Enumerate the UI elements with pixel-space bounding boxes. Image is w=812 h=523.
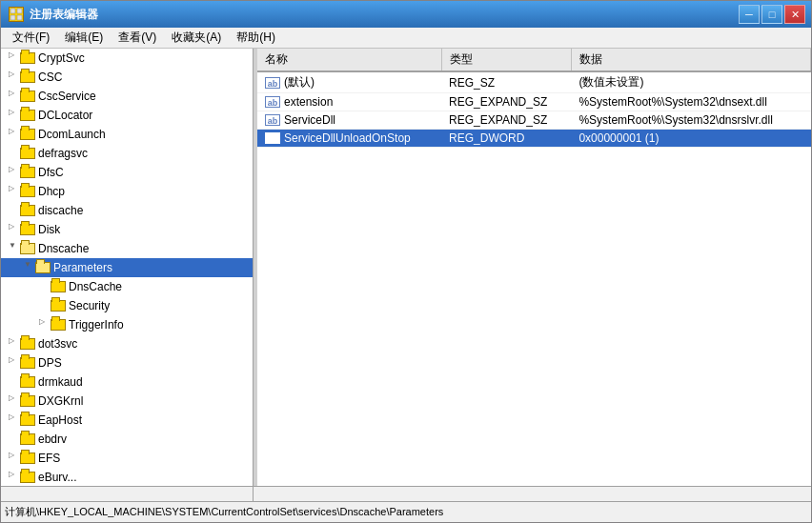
tree-item-dps[interactable]: ▷ DPS bbox=[1, 353, 253, 372]
tree-label: defragsvc bbox=[38, 147, 88, 160]
tree-expander[interactable]: ▷ bbox=[9, 393, 20, 409]
tree-expander[interactable] bbox=[9, 374, 20, 390]
window-title: 注册表编辑器 bbox=[30, 7, 98, 23]
tree-item-ebdrv[interactable]: ebdrv bbox=[1, 430, 253, 449]
tree-item-efs[interactable]: ▷ EFS bbox=[1, 449, 253, 468]
tree-item-dnscache2[interactable]: DnsCache bbox=[1, 277, 253, 296]
close-button[interactable]: ✕ bbox=[784, 5, 805, 24]
minimize-button[interactable]: ─ bbox=[739, 5, 760, 24]
menu-view[interactable]: 查看(V) bbox=[111, 28, 164, 48]
tree-label: Disk bbox=[38, 223, 60, 236]
folder-icon bbox=[51, 299, 66, 312]
svg-rect-1 bbox=[17, 9, 22, 13]
tree-item-cryptsvc[interactable]: ▷ CryptSvc bbox=[1, 49, 253, 68]
maximize-button[interactable]: □ bbox=[761, 5, 782, 24]
folder-icon bbox=[20, 70, 35, 84]
svg-rect-0 bbox=[10, 9, 15, 13]
cell-name: abServiceDll bbox=[257, 111, 441, 130]
tree-expander[interactable] bbox=[39, 298, 51, 313]
table-row[interactable]: 010ServiceDllUnloadOnStop REG_DWORD 0x00… bbox=[257, 130, 811, 148]
ab-icon: ab bbox=[265, 96, 280, 108]
tree-expander[interactable] bbox=[39, 279, 51, 294]
tree-item-csc[interactable]: ▷ CSC bbox=[1, 68, 253, 87]
tree-item-dcomlaunch[interactable]: ▷ DcomLaunch bbox=[1, 125, 253, 144]
tree-label: DXGKrnl bbox=[38, 394, 83, 408]
folder-icon bbox=[20, 375, 35, 389]
tree-item-dhcp[interactable]: ▷ Dhcp bbox=[1, 182, 253, 201]
tree-label: DnsCache bbox=[69, 280, 122, 293]
table-row[interactable]: abServiceDll REG_EXPAND_SZ %SystemRoot%\… bbox=[257, 111, 811, 130]
folder-icon bbox=[20, 166, 35, 179]
tree-expander[interactable]: ▷ bbox=[9, 184, 20, 199]
right-pane[interactable]: 名称 类型 数据 ab(默认) REG_SZ (数值未设置) abextensi… bbox=[257, 49, 811, 486]
menu-favorites[interactable]: 收藏夹(A) bbox=[164, 28, 229, 48]
regedit-window: 注册表编辑器 ─ □ ✕ 文件(F) 编辑(E) 查看(V) 收藏夹(A) 帮助… bbox=[0, 0, 812, 523]
tree-item-defragsvc[interactable]: defragsvc bbox=[1, 144, 253, 163]
content-area: ▷ CryptSvc ▷ CSC ▷ CscService ▷ DCLocato… bbox=[1, 49, 811, 486]
table-row[interactable]: abextension REG_EXPAND_SZ %SystemRoot%\S… bbox=[257, 93, 811, 111]
tree-item-dot3svc[interactable]: ▷ dot3svc bbox=[1, 334, 253, 353]
tree-item-security[interactable]: Security bbox=[1, 296, 253, 315]
folder-icon bbox=[20, 204, 35, 217]
tree-item-dfsc[interactable]: ▷ DfsC bbox=[1, 163, 253, 182]
col-type[interactable]: 类型 bbox=[441, 49, 571, 71]
tree-item-eaphost[interactable]: ▷ EapHost bbox=[1, 411, 253, 430]
tree-item-dxgkrnl[interactable]: ▷ DXGKrnl bbox=[1, 392, 253, 411]
tree-item-dclocator[interactable]: ▷ DCLocator bbox=[1, 106, 253, 125]
tree-item-eburv[interactable]: ▷ eBurv... bbox=[1, 468, 253, 486]
folder-icon bbox=[20, 185, 35, 198]
tree-expander[interactable]: ▷ bbox=[9, 108, 20, 123]
folder-icon bbox=[20, 432, 35, 446]
tree-expander[interactable]: ▷ bbox=[9, 470, 20, 485]
folder-icon bbox=[20, 337, 35, 351]
cell-type: REG_DWORD bbox=[441, 130, 571, 148]
tree-expander[interactable]: ▷ bbox=[9, 451, 20, 466]
right-hscrollbar[interactable] bbox=[254, 487, 811, 501]
menu-help[interactable]: 帮助(H) bbox=[229, 28, 283, 48]
tree-expander[interactable]: ▷ bbox=[9, 50, 20, 66]
tree-expander[interactable]: ▷ bbox=[9, 127, 20, 142]
window-controls: ─ □ ✕ bbox=[739, 5, 805, 24]
tree-expander[interactable]: ▼ bbox=[9, 241, 20, 256]
tree-expander[interactable]: ▷ bbox=[9, 70, 20, 85]
tree-label: EFS bbox=[38, 452, 60, 465]
folder-icon bbox=[51, 318, 66, 332]
tree-expander[interactable] bbox=[9, 203, 20, 218]
tree-expander[interactable]: ▷ bbox=[9, 412, 20, 428]
tree-expander[interactable]: ▷ bbox=[9, 222, 20, 237]
tree-label: Security bbox=[69, 299, 110, 312]
tree-expander[interactable]: ▷ bbox=[39, 317, 51, 332]
tree-item-cscservice[interactable]: ▷ CscService bbox=[1, 87, 253, 106]
cell-data: 0x00000001 (1) bbox=[571, 130, 810, 148]
tree-item-parameters[interactable]: ▼ Parameters bbox=[1, 258, 253, 277]
tree-expander[interactable]: ▷ bbox=[9, 355, 20, 371]
folder-icon bbox=[20, 413, 35, 427]
tree-expander[interactable]: ▷ bbox=[9, 336, 20, 352]
tree-label: CSC bbox=[38, 70, 62, 84]
folder-icon bbox=[20, 471, 35, 484]
folder-icon bbox=[20, 394, 35, 408]
tree-pane[interactable]: ▷ CryptSvc ▷ CSC ▷ CscService ▷ DCLocato… bbox=[1, 49, 254, 486]
table-row[interactable]: ab(默认) REG_SZ (数值未设置) bbox=[257, 71, 811, 93]
left-hscrollbar[interactable] bbox=[1, 487, 254, 501]
tree-label: CryptSvc bbox=[38, 51, 85, 65]
tree-label: eBurv... bbox=[38, 471, 76, 484]
tree-label: TriggerInfo bbox=[69, 318, 124, 332]
folder-icon bbox=[20, 147, 35, 160]
ab-icon: ab bbox=[265, 77, 280, 89]
tree-item-drmkaud[interactable]: drmkaud bbox=[1, 372, 253, 392]
tree-expander[interactable]: ▼ bbox=[24, 260, 35, 275]
tree-item-discache[interactable]: discache bbox=[1, 201, 253, 220]
tree-item-disk[interactable]: ▷ Disk bbox=[1, 220, 253, 239]
tree-item-dnscache[interactable]: ▼ Dnscache bbox=[1, 239, 253, 258]
col-name[interactable]: 名称 bbox=[257, 49, 441, 71]
tree-expander[interactable] bbox=[9, 432, 20, 447]
menu-file[interactable]: 文件(F) bbox=[5, 28, 57, 48]
tree-item-triggerinfo[interactable]: ▷ TriggerInfo bbox=[1, 315, 253, 334]
tree-expander[interactable]: ▷ bbox=[9, 165, 20, 180]
cell-data: (数值未设置) bbox=[571, 71, 810, 93]
tree-expander[interactable]: ▷ bbox=[9, 89, 20, 104]
col-data[interactable]: 数据 bbox=[571, 49, 810, 71]
menu-edit[interactable]: 编辑(E) bbox=[57, 28, 111, 48]
tree-expander[interactable] bbox=[9, 146, 20, 161]
